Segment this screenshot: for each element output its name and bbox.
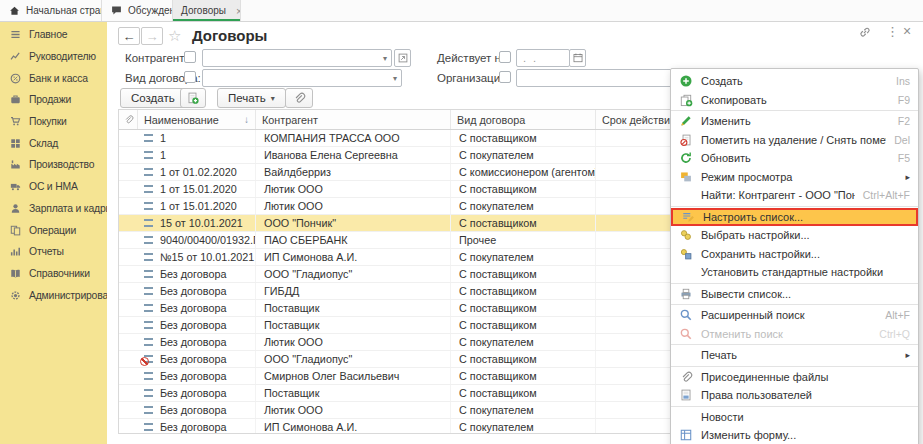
menu-item-attached-files[interactable]: Присоединенные файлы (671, 368, 918, 387)
window-close-icon[interactable]: × (903, 25, 911, 38)
print-button[interactable]: Печать ▾ (217, 88, 286, 108)
shortcut-label: Alt+F (885, 309, 910, 321)
sidebar-item[interactable]: ОС и НМА (0, 176, 107, 198)
sidebar-item[interactable]: Справочники (0, 263, 107, 285)
tab-discussions[interactable]: Обсуждения (102, 0, 173, 21)
empty-icon-slot (678, 188, 694, 203)
get-link-icon[interactable] (858, 25, 872, 39)
menu-item-edit-form[interactable]: Изменить форму... (671, 426, 918, 444)
menu-item-edit[interactable]: Изменить F2 (671, 112, 918, 131)
menu-item-advanced-search[interactable]: Расширенный поиск Alt+F (671, 306, 918, 325)
tab-home-page[interactable]: Начальная страница (0, 0, 102, 21)
delmark-icon (678, 132, 694, 147)
view-icon (678, 169, 694, 184)
sidebar-item-label: Покупки (29, 116, 67, 127)
favorite-star-icon[interactable]: ☆ (168, 27, 181, 45)
menu-item-create[interactable]: Создать Ins (671, 72, 918, 91)
menu-separator (671, 283, 918, 284)
menu-item-label: Новости (701, 411, 910, 423)
counterparty-filter-input[interactable]: ▾ (202, 49, 392, 67)
sidebar-item[interactable]: Склад (0, 132, 107, 154)
menu-item-news[interactable]: Новости (671, 408, 918, 427)
row-kind-cell: С поставщиком (451, 300, 596, 316)
menu-item-default-settings[interactable]: Установить стандартные настройки (671, 263, 918, 282)
row-name-text: Без договора (160, 319, 226, 331)
sidebar-item[interactable]: Главное (0, 24, 107, 46)
row-name-cell: Без договора (138, 300, 256, 316)
back-button[interactable]: ← (118, 27, 140, 45)
row-attachment-cell (119, 385, 138, 401)
valid-on-filter-checkbox[interactable] (499, 51, 511, 63)
row-counterparty-cell: ООО "Пончик" (256, 215, 451, 231)
menu-item-mark-deletion[interactable]: Пометить на удаление / Снять пометку Del (671, 131, 918, 150)
contract-kind-filter-input[interactable]: ▾ (202, 69, 402, 87)
shortcut-label: Ctrl+Q (879, 328, 910, 340)
row-name-cell: 1 от 15.01.2020 (138, 198, 256, 214)
valid-on-date-input[interactable]: . . (516, 49, 570, 67)
person-icon (9, 202, 22, 215)
row-name-text: 1 (160, 149, 166, 161)
menu-item-find[interactable]: Найти: Контрагент - ООО "Пончик" Ctrl+Al… (671, 186, 918, 205)
menu-item-print[interactable]: Печать ▸ (671, 346, 918, 365)
menu-item-refresh[interactable]: Обновить F5 (671, 149, 918, 168)
row-name-text: 1 (160, 132, 166, 144)
menu-item-view-mode[interactable]: Режим просмотра ▸ (671, 168, 918, 187)
chevron-down-icon[interactable]: ▾ (393, 74, 401, 83)
column-header-label: Срок действия (602, 114, 676, 126)
menu-item-configure-list[interactable]: Настроить список... (671, 208, 918, 227)
sidebar-item[interactable]: Продажи (0, 89, 107, 111)
menu-item-label: Скопировать (701, 94, 890, 106)
sidebar-item[interactable]: Операции (0, 219, 107, 241)
menu-item-save-settings[interactable]: Сохранить настройки... (671, 245, 918, 264)
more-menu-icon[interactable]: ⋮ (886, 25, 899, 38)
row-kind-cell: С покупателем (451, 334, 596, 350)
row-name-text: 1 от 15.01.2020 (160, 200, 237, 212)
contract-kind-filter-checkbox[interactable] (184, 71, 196, 83)
column-header-name[interactable]: Наименование ↓ (138, 110, 256, 129)
chart-icon (9, 50, 22, 63)
row-name-text: Без договора (160, 353, 226, 365)
counterparty-open-button[interactable] (394, 49, 411, 67)
page-title: Договоры (192, 27, 267, 44)
column-header-counterparty[interactable]: Контрагент (256, 110, 451, 129)
column-header-attachments[interactable] (119, 110, 138, 129)
tab-contracts[interactable]: Договоры × (173, 0, 241, 21)
counterparty-filter-checkbox[interactable] (184, 51, 196, 63)
sidebar-item[interactable]: Зарплата и кадры (0, 198, 107, 220)
row-kind-cell: С поставщиком (451, 130, 596, 146)
row-name-cell: 1 (138, 147, 256, 163)
column-header-kind[interactable]: Вид договора (451, 110, 596, 129)
menu-item-user-rights[interactable]: Права пользователей (671, 386, 918, 405)
sidebar-item[interactable]: Покупки (0, 111, 107, 133)
document-icon (144, 372, 153, 380)
sidebar-item[interactable]: Администрирование (0, 284, 107, 306)
shortcut-label: F9 (898, 94, 910, 106)
menu-item-output-list[interactable]: Вывести список... (671, 285, 918, 304)
cart-icon (9, 115, 22, 128)
row-counterparty-cell: Лютик ООО (256, 198, 451, 214)
create-button[interactable]: Создать (120, 88, 186, 108)
row-kind-cell: С поставщиком (451, 266, 596, 282)
create-by-copy-button[interactable] (180, 88, 206, 108)
menu-item-choose-settings[interactable]: Выбрать настройки... (671, 226, 918, 245)
tab-bar: Начальная страница Обсуждения Договоры × (0, 0, 923, 22)
shortcut-label: Del (894, 134, 910, 146)
sidebar-item[interactable]: Производство (0, 154, 107, 176)
forward-button: → (141, 27, 163, 45)
menu-item-copy[interactable]: Скопировать F9 (671, 91, 918, 110)
shortcut-label: F5 (898, 152, 910, 164)
row-attachment-cell (119, 181, 138, 197)
sidebar-item[interactable]: Банк и касса (0, 67, 107, 89)
organization-filter-checkbox[interactable] (499, 71, 511, 83)
sidebar-item[interactable]: Руководителю (0, 46, 107, 68)
row-name-text: 1 от 01.02.2020 (160, 166, 237, 178)
attached-files-button[interactable] (285, 88, 313, 108)
document-icon (144, 202, 153, 210)
chevron-down-icon[interactable]: ▾ (383, 54, 391, 63)
shortcut-label: Ctrl+Alt+F (863, 189, 910, 201)
case-icon (9, 93, 22, 106)
calendar-button[interactable] (569, 49, 586, 67)
sidebar-item[interactable]: Отчеты (0, 241, 107, 263)
row-name-cell: Без договора (138, 351, 256, 367)
tab-close-icon[interactable]: × (236, 5, 241, 17)
